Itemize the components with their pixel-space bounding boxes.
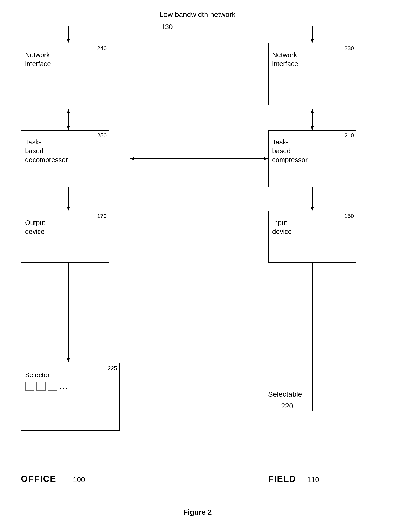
box-compressor-210: 210 Task- based compressor (268, 130, 356, 187)
svg-marker-9 (311, 126, 314, 130)
box-210-label: Task- based compressor (272, 138, 308, 164)
box-230-label: Network interface (272, 51, 298, 68)
diagram: Low bandwidth network (0, 0, 395, 532)
thumb-2 (36, 382, 46, 391)
box-210-number: 210 (344, 132, 354, 139)
office-label: OFFICE (21, 474, 56, 484)
box-230-number: 230 (344, 45, 354, 52)
box-150-label: Input device (272, 219, 292, 236)
selectable-number: 220 (281, 402, 293, 410)
box-250-number: 250 (97, 132, 107, 139)
figure-label: Figure 2 (183, 508, 212, 516)
selector-thumbnails: ... (25, 382, 68, 391)
box-225-label: Selector (25, 371, 50, 380)
thumb-3 (48, 382, 57, 391)
svg-marker-12 (67, 207, 70, 211)
selectable-label: Selectable (268, 390, 302, 399)
box-network-interface-230: 230 Network interface (268, 43, 356, 105)
box-input-device-150: 150 Input device (268, 211, 356, 263)
box-network-interface-240: 240 Network interface (21, 43, 109, 105)
box-150-number: 150 (344, 213, 354, 220)
svg-marker-17 (264, 157, 268, 160)
svg-marker-10 (311, 109, 314, 113)
svg-marker-1 (67, 39, 70, 43)
svg-marker-7 (67, 109, 70, 113)
svg-marker-19 (67, 358, 70, 362)
svg-marker-14 (311, 207, 314, 211)
box-selector-225: 225 Selector ... (21, 363, 120, 431)
box-240-number: 240 (97, 45, 107, 52)
thumb-1 (25, 382, 34, 391)
page-title: Low bandwidth network (160, 10, 236, 19)
svg-marker-6 (67, 126, 70, 130)
box-output-device-170: 170 Output device (21, 211, 109, 263)
box-250-label: Task- based decompressor (25, 138, 68, 164)
office-number: 100 (73, 476, 85, 484)
field-label: FIELD (268, 474, 296, 484)
network-130-label: 130 (161, 23, 173, 31)
box-240-label: Network interface (25, 51, 51, 68)
field-number: 110 (307, 476, 319, 484)
box-decompressor-250: 250 Task- based decompressor (21, 130, 109, 187)
box-225-number: 225 (107, 365, 117, 372)
box-170-number: 170 (97, 213, 107, 220)
svg-marker-3 (311, 39, 314, 43)
box-170-label: Output device (25, 219, 45, 236)
selector-dots: ... (59, 382, 68, 390)
svg-marker-16 (130, 157, 134, 160)
